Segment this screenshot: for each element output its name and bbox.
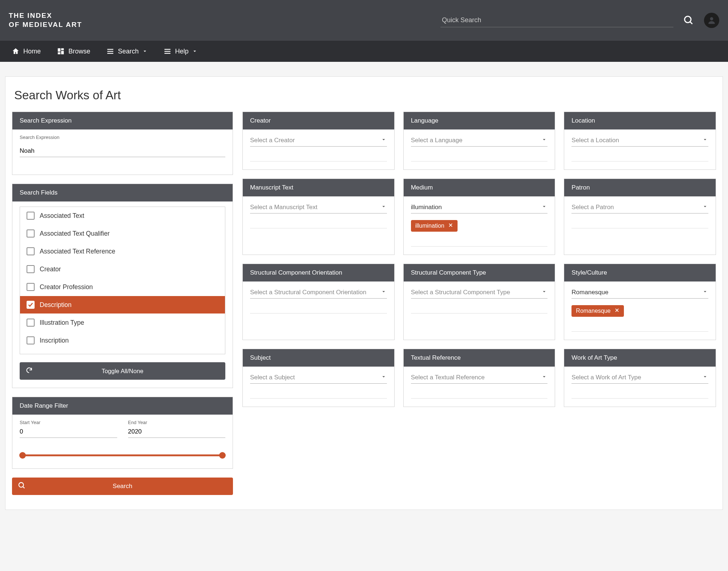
sc_orient-combo[interactable]: Select a Structural Component Orientatio…: [250, 287, 387, 299]
close-icon[interactable]: [614, 308, 620, 314]
slider-handle-end[interactable]: [219, 452, 226, 459]
divider: [411, 161, 548, 161]
chevron-down-icon: [381, 374, 386, 381]
field-item[interactable]: Inscription: [20, 332, 225, 350]
svg-rect-9: [107, 53, 114, 54]
field-item[interactable]: Associated Text Reference: [20, 243, 225, 260]
field-item[interactable]: Associated Text: [20, 207, 225, 225]
style-facet-header: Style/Culture: [564, 264, 716, 281]
close-icon[interactable]: [448, 223, 453, 229]
home-icon: [12, 47, 20, 55]
divider: [411, 313, 548, 314]
menu-lines-icon: [106, 47, 114, 55]
wtype-facet-card: Work of Art Type Select a Work of Art Ty…: [564, 349, 716, 407]
search-fields-header: Search Fields: [12, 184, 233, 201]
subject-combo[interactable]: Select a Subject: [250, 372, 387, 384]
checkbox-icon: [27, 283, 35, 291]
search-fields-list[interactable]: Associated TextAssociated Text Qualifier…: [20, 207, 225, 354]
sc_orient-facet-header: Structural Component Orientation: [243, 264, 394, 281]
slider-handle-start[interactable]: [19, 452, 26, 459]
checkbox-icon: [27, 336, 35, 344]
end-year-input[interactable]: [128, 426, 226, 438]
field-item[interactable]: Description: [20, 296, 225, 314]
divider: [571, 161, 708, 161]
chevron-down-icon: [381, 137, 386, 144]
field-item-label: Creator Profession: [40, 283, 93, 291]
medium-combo[interactable]: illumination: [411, 201, 548, 213]
wtype-combo[interactable]: Select a Work of Art Type: [571, 372, 708, 384]
wtype-facet-header: Work of Art Type: [564, 349, 716, 367]
chip: Romanesque: [571, 305, 624, 317]
chevron-down-icon: [381, 289, 386, 296]
search-expression-header: Search Expression: [12, 112, 233, 129]
user-account-icon[interactable]: [704, 13, 719, 28]
field-item-label: Creator: [40, 265, 61, 273]
field-item[interactable]: Creator: [20, 260, 225, 278]
search-icon[interactable]: [682, 14, 695, 27]
divider: [250, 398, 387, 399]
location-facet-card: Location Select a Location: [564, 112, 716, 170]
chevron-down-icon: [703, 137, 708, 144]
chevron-down-icon: [703, 289, 708, 296]
svg-rect-11: [165, 51, 171, 52]
field-item-label: Inscription: [40, 337, 69, 344]
end-year-label: End Year: [128, 420, 226, 425]
style-combo[interactable]: Romanesque: [571, 287, 708, 299]
menu-lines-icon: [163, 47, 171, 55]
refresh-icon: [25, 367, 33, 375]
start-year-input[interactable]: [20, 426, 117, 438]
menu-home-label: Home: [23, 48, 41, 55]
patron-combo[interactable]: Select a Patron: [571, 201, 708, 213]
site-logo: THE INDEX OF MEDIEVAL ART: [9, 11, 82, 29]
chip: illumination: [411, 220, 458, 232]
menu-help[interactable]: Help: [155, 41, 205, 62]
main-menubar: Home Browse Search Help: [0, 41, 728, 62]
textual-combo[interactable]: Select a Textual Reference: [411, 372, 548, 384]
svg-line-1: [690, 22, 692, 24]
divider: [250, 161, 387, 161]
search-expression-card: Search Expression Search Expression: [12, 112, 233, 175]
sc_type-combo[interactable]: Select a Structural Component Type: [411, 287, 548, 299]
menu-browse[interactable]: Browse: [49, 41, 98, 62]
menu-search[interactable]: Search: [98, 41, 155, 62]
chip-label: illumination: [415, 223, 444, 229]
field-item[interactable]: Creator Profession: [20, 278, 225, 296]
date-range-slider[interactable]: [20, 452, 225, 459]
field-item-label: Associated Text: [40, 212, 84, 220]
chevron-down-icon: [142, 49, 147, 54]
location-facet-header: Location: [564, 112, 716, 129]
subject-facet-card: Subject Select a Subject: [242, 349, 395, 407]
search-fields-card: Search Fields Associated TextAssociated …: [12, 184, 233, 388]
svg-point-13: [19, 482, 24, 487]
checkbox-icon: [27, 301, 35, 309]
checkbox-icon: [27, 319, 35, 327]
toggle-all-none-button[interactable]: Toggle All/None: [20, 362, 225, 380]
svg-rect-8: [107, 51, 114, 52]
field-item[interactable]: Associated Text Qualifier: [20, 225, 225, 243]
menu-home[interactable]: Home: [4, 41, 49, 62]
divider: [571, 228, 708, 228]
sc_type-facet-header: Structural Component Type: [404, 264, 555, 281]
svg-rect-4: [61, 48, 64, 51]
manuscript-combo[interactable]: Select a Manuscript Text: [250, 201, 387, 213]
date-range-header: Date Range Filter: [12, 397, 233, 415]
location-combo[interactable]: Select a Location: [571, 135, 708, 147]
quick-search-input[interactable]: [440, 13, 673, 27]
chevron-down-icon: [542, 289, 547, 296]
language-combo[interactable]: Select a Language: [411, 135, 548, 147]
menu-search-label: Search: [118, 48, 139, 55]
creator-combo[interactable]: Select a Creator: [250, 135, 387, 147]
checkbox-icon: [27, 212, 35, 220]
top-header: THE INDEX OF MEDIEVAL ART: [0, 0, 728, 41]
search-expression-input[interactable]: [20, 145, 225, 157]
dashboard-icon: [57, 47, 65, 55]
chip-label: Romanesque: [576, 308, 610, 314]
language-facet-card: Language Select a Language: [403, 112, 555, 170]
checkbox-icon: [27, 229, 35, 237]
svg-line-14: [23, 486, 25, 488]
logo-line-2: OF MEDIEVAL ART: [9, 20, 82, 29]
field-item[interactable]: Illustration Type: [20, 314, 225, 332]
checkbox-icon: [27, 247, 35, 255]
style-facet-card: Style/Culture Romanesque Romanesque: [564, 264, 716, 340]
search-button[interactable]: Search: [12, 478, 233, 495]
